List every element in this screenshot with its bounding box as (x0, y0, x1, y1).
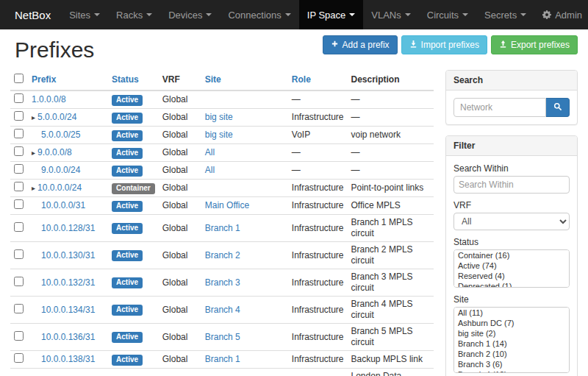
listbox-option[interactable]: Container (16) (454, 250, 569, 260)
nav-item-label: Connections (228, 10, 281, 21)
listbox-option[interactable]: Branch 2 (10) (454, 349, 569, 359)
prefix-link[interactable]: 10.0.0.136/31 (41, 332, 95, 342)
role-cell: Infrastructure (288, 180, 348, 197)
row-select-checkbox[interactable] (14, 199, 24, 209)
prefix-link[interactable]: 10.0.0.0/24 (37, 182, 82, 193)
vrf-filter-select[interactable]: All (453, 213, 570, 230)
prefix-link[interactable]: 5.0.0.0/24 (37, 112, 76, 122)
add-prefix-button[interactable]: Add a prefix (323, 35, 398, 54)
site-link[interactable]: Branch 1 (205, 354, 240, 364)
site-link[interactable]: All (205, 147, 215, 157)
prefix-link[interactable]: 10.0.0.0/31 (41, 200, 85, 210)
listbox-option[interactable]: big site (2) (454, 328, 569, 338)
site-link[interactable]: big site (205, 112, 233, 122)
prefix-link[interactable]: 1.0.0.0/8 (32, 94, 66, 104)
row-select-checkbox[interactable] (14, 146, 24, 156)
row-select-checkbox[interactable] (14, 111, 24, 121)
top-navbar: NetBox SitesRacksDevicesConnectionsIP Sp… (0, 0, 588, 29)
site-cell: All (201, 144, 288, 162)
nav-item-vlans[interactable]: VLANs (363, 0, 418, 29)
column-header-status[interactable]: Status (108, 70, 159, 91)
gear-icon (542, 10, 551, 19)
row-select-checkbox[interactable] (14, 129, 24, 138)
select-all-checkbox[interactable] (14, 74, 24, 83)
prefix-table-panel: Prefix Status VRF Site Role Description … (10, 70, 434, 376)
status-badge: Active (112, 166, 143, 177)
search-panel-title: Search (446, 71, 577, 91)
nav-item-devices[interactable]: Devices (160, 0, 220, 29)
row-select-checkbox[interactable] (14, 304, 24, 313)
row-select-checkbox[interactable] (14, 331, 24, 341)
description-cell: — (348, 109, 434, 127)
vrf-filter-label: VRF (453, 200, 570, 210)
status-filter-listbox[interactable]: Container (16)Active (74)Reserved (4)Dep… (453, 249, 570, 288)
listbox-option[interactable]: Active (74) (454, 260, 569, 271)
site-cell: Branch 4 (201, 297, 288, 324)
table-row: 9.0.0.0/24ActiveGlobalAll—— (10, 162, 434, 180)
prefix-link[interactable]: 10.0.0.128/31 (41, 223, 95, 233)
column-header-site[interactable]: Site (201, 70, 288, 91)
listbox-option[interactable]: Branch 3 (6) (454, 359, 569, 369)
table-row: 10.0.0.130/31ActiveGlobalBranch 2Infrast… (10, 242, 434, 269)
search-input[interactable] (453, 98, 546, 117)
listbox-option[interactable]: Branch 1 (14) (454, 338, 569, 349)
role-cell: — (288, 162, 348, 180)
site-cell (201, 91, 288, 109)
status-badge: Active (112, 355, 143, 366)
column-header-role[interactable]: Role (288, 70, 348, 91)
listbox-option[interactable]: Reserved (4) (454, 271, 569, 281)
prefix-link[interactable]: 5.0.0.0/25 (41, 130, 80, 140)
nav-item-secrets[interactable]: Secrets (476, 0, 534, 29)
search-submit-button[interactable] (546, 98, 570, 117)
site-link[interactable]: Branch 4 (205, 305, 240, 315)
listbox-option[interactable]: All (11) (454, 308, 569, 318)
nav-item-connections[interactable]: Connections (220, 0, 298, 29)
vrf-cell: Global (159, 215, 201, 242)
site-link[interactable]: All (205, 165, 215, 175)
row-select-checkbox[interactable] (14, 249, 24, 259)
app-brand[interactable]: NetBox (4, 0, 61, 29)
row-select-checkbox[interactable] (14, 93, 24, 103)
listbox-option[interactable]: Branch 4 (12) (454, 369, 569, 373)
admin-menu-item[interactable]: Admin (534, 0, 588, 29)
nav-item-ip-space[interactable]: IP Space (299, 0, 364, 29)
nav-item-sites[interactable]: Sites (61, 0, 108, 29)
row-select-checkbox[interactable] (14, 164, 24, 174)
search-within-input[interactable] (453, 176, 570, 194)
table-row: 10.0.0.128/31ActiveGlobalBranch 1Infrast… (10, 215, 434, 242)
page-header: Prefixes Add a prefix Import prefixes Ex… (10, 31, 578, 68)
site-link[interactable]: big site (205, 130, 233, 140)
site-link[interactable]: Branch 3 (205, 277, 240, 288)
vrf-cell: Global (159, 242, 201, 269)
site-link[interactable]: Branch 2 (205, 250, 240, 260)
listbox-option[interactable]: Ashburn DC (7) (454, 318, 569, 328)
nav-item-racks[interactable]: Racks (108, 0, 160, 29)
table-row: 10.0.0.132/31ActiveGlobalBranch 3Infrast… (10, 269, 434, 297)
prefix-link[interactable]: 10.0.0.134/31 (41, 305, 95, 315)
nav-item-label: Racks (116, 10, 143, 21)
description-cell: Backup MPLS link (348, 351, 434, 369)
page-title: Prefixes (15, 38, 94, 63)
site-filter-listbox[interactable]: All (11)Ashburn DC (7)big site (2)Branch… (453, 307, 570, 373)
row-select-checkbox[interactable] (14, 182, 24, 191)
row-select-checkbox[interactable] (14, 222, 24, 232)
role-cell: Infrastructure (288, 324, 348, 351)
prefix-link[interactable]: 10.0.0.130/31 (41, 250, 95, 260)
row-select-checkbox[interactable] (14, 353, 24, 363)
site-link[interactable]: Branch 5 (205, 332, 240, 342)
column-header-prefix[interactable]: Prefix (28, 70, 108, 91)
row-select-checkbox[interactable] (14, 277, 24, 286)
prefix-link[interactable]: 10.0.0.132/31 (41, 277, 95, 288)
nav-item-circuits[interactable]: Circuits (419, 0, 476, 29)
prefix-link[interactable]: 9.0.0.0/24 (41, 165, 80, 175)
prefix-link[interactable]: 9.0.0.0/8 (37, 147, 72, 157)
chevron-down-icon (285, 13, 291, 16)
site-cell: Branch 1 (201, 351, 288, 369)
site-link[interactable]: Main Office (205, 200, 249, 210)
prefix-link[interactable]: 10.0.0.138/31 (41, 354, 95, 364)
import-prefixes-button[interactable]: Import prefixes (401, 35, 487, 54)
site-link[interactable]: Branch 1 (205, 223, 240, 233)
status-badge: Active (112, 250, 143, 261)
listbox-option[interactable]: Deprecated (1) (454, 281, 569, 288)
export-prefixes-button[interactable]: Export prefixes (491, 35, 578, 54)
